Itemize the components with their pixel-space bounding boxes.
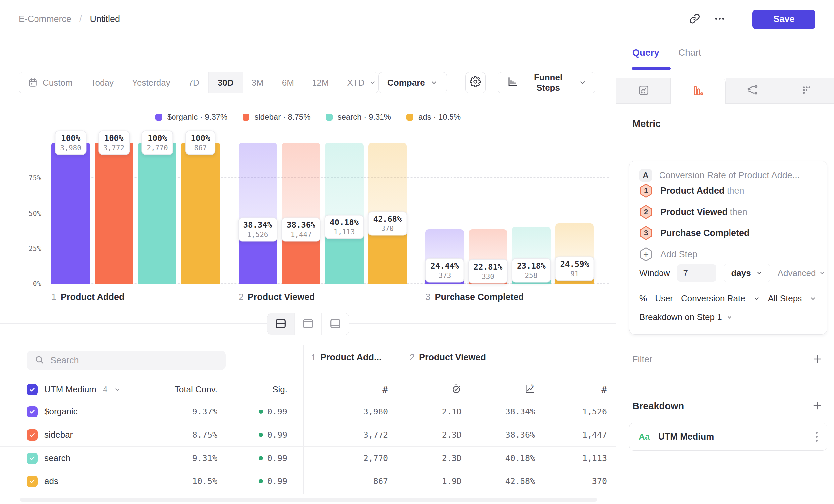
funnel-bar[interactable]: 100%867 (181, 143, 220, 283)
date-range-tab-xtd[interactable]: XTD (338, 72, 378, 93)
topbar: E-Commerce / Untitled Save (0, 0, 834, 39)
date-range-tab-yesterday[interactable]: Yesterday (123, 72, 179, 93)
table-only-icon (329, 317, 342, 331)
legend-item[interactable]: sidebar · 8.75% (242, 112, 310, 122)
search-input[interactable] (50, 356, 218, 366)
date-range-tab-3m[interactable]: 3M (243, 72, 273, 93)
y-axis-label: 75% (28, 174, 42, 182)
copy-link-button[interactable] (689, 13, 700, 25)
row-checkbox[interactable] (26, 476, 38, 487)
funnel-bar[interactable]: 38.36%1,447 (282, 143, 320, 283)
conversion-rate-column-icon: % (525, 384, 535, 395)
report-type-retention-tab[interactable] (780, 78, 834, 104)
row-checkbox[interactable] (26, 429, 38, 441)
view-toggle-table-only[interactable] (322, 313, 349, 335)
total-conv-value: 8.75% (146, 430, 217, 440)
chart-type-button[interactable]: Funnel Steps (498, 72, 595, 93)
funnel-bar-label: 23.18%258 (511, 258, 551, 282)
add-filter-button[interactable] (812, 354, 823, 365)
chevron-down-icon[interactable] (114, 386, 121, 393)
add-breakdown-button[interactable] (812, 400, 823, 412)
advanced-toggle[interactable]: Advanced (777, 268, 826, 278)
chart-only-icon (301, 317, 314, 331)
date-range-tab-7d[interactable]: 7D (179, 72, 208, 93)
table-row[interactable]: ads 10.5% 0.99 8671.9D42.68%370 (0, 470, 616, 493)
breadcrumb-report-title[interactable]: Untitled (90, 14, 120, 24)
funnels-tab-icon (692, 85, 704, 97)
report-type-insights-tab[interactable] (616, 78, 671, 104)
breakdown-column-label[interactable]: UTM Medium (44, 384, 96, 395)
funnel-bar[interactable]: 40.18%1,113 (325, 143, 364, 283)
row-checkbox[interactable] (26, 453, 38, 464)
save-button[interactable]: Save (752, 9, 815, 29)
window-unit-dropdown[interactable]: days (724, 264, 770, 282)
measure-entity[interactable]: User (655, 294, 673, 304)
measure-pct[interactable]: % (639, 294, 647, 304)
string-property-icon: Aa (639, 432, 650, 442)
legend-item[interactable]: $organic · 9.37% (155, 112, 227, 122)
chevron-down-icon (810, 295, 816, 302)
funnel-bar[interactable]: 24.44%373 (425, 143, 464, 283)
funnel-step-label: 1Product Added (51, 292, 220, 302)
link-icon (689, 13, 700, 25)
query-step-row[interactable]: 1 Product Added then (639, 183, 744, 198)
date-range-label: 30D (218, 77, 234, 88)
funnel-bar[interactable]: 42.68%370 (368, 143, 407, 283)
query-panel: Query Chart Metric A Conversion Rate of … (616, 39, 834, 504)
legend-item[interactable]: search · 9.31% (326, 112, 391, 122)
report-type-funnels-tab[interactable] (671, 78, 725, 104)
series-letter-badge: A (639, 169, 652, 182)
measure-metric-dropdown[interactable]: Conversion Rate (681, 294, 745, 304)
funnel-bar[interactable]: 22.81%330 (469, 143, 507, 283)
compare-button[interactable]: Compare (378, 72, 447, 93)
legend-item[interactable]: ads · 10.5% (407, 112, 461, 122)
view-toggle-chart-only[interactable] (294, 313, 322, 335)
funnel-bar[interactable]: 100%3,772 (94, 143, 133, 283)
table-cell: 38.36% (462, 430, 535, 440)
date-range-tab-custom[interactable]: Custom (19, 72, 82, 93)
table-row[interactable]: sidebar 8.75% 0.99 3,7722.3D38.36%1,447 (0, 423, 616, 446)
more-options-button[interactable] (714, 13, 726, 25)
funnel-bar[interactable]: 100%2,770 (138, 143, 176, 283)
measure-scope-dropdown[interactable]: All Steps (768, 294, 802, 304)
add-step-button[interactable]: + Add Step (639, 247, 697, 261)
date-range-tab-30d[interactable]: 30D (208, 72, 243, 93)
breadcrumb-board-link[interactable]: E-Commerce (19, 14, 71, 24)
tab-chart[interactable]: Chart (678, 47, 701, 58)
significance-value: 0.99 (217, 430, 287, 440)
window-value-input[interactable] (677, 264, 716, 281)
table-cell: 2.3D (388, 430, 462, 440)
metric-header-row[interactable]: A Conversion Rate of Product Adde... (639, 169, 817, 182)
sig-column-header[interactable]: Sig. (217, 384, 287, 395)
funnel-bar-label: 40.18%1,113 (325, 215, 364, 239)
table-row[interactable]: $organic 9.37% 0.99 3,9802.1D38.34%1,526 (0, 400, 616, 423)
total-conv-column-header[interactable]: Total Conv. (146, 384, 217, 395)
date-range-tab-6m[interactable]: 6M (273, 72, 303, 93)
funnel-bar[interactable]: 23.18%258 (512, 143, 550, 283)
report-type-flows-tab[interactable] (726, 78, 780, 104)
funnel-bar-label: 24.44%373 (425, 258, 464, 282)
breakdown-on-step-dropdown[interactable]: Breakdown on Step 1 (639, 312, 733, 322)
funnel-bar[interactable]: 38.34%1,526 (239, 143, 277, 283)
breakdown-property-card[interactable]: Aa UTM Medium (629, 423, 827, 451)
chart-settings-button[interactable] (465, 72, 486, 93)
kebab-menu-icon[interactable] (816, 432, 818, 442)
significance-dot (259, 456, 263, 460)
select-all-checkbox[interactable] (26, 384, 38, 395)
date-range-tab-12m[interactable]: 12M (303, 72, 338, 93)
funnel-chart-icon (507, 76, 518, 89)
significance-dot (259, 479, 263, 483)
date-range-tab-today[interactable]: Today (82, 72, 123, 93)
row-checkbox[interactable] (26, 406, 38, 417)
view-toggle-split-view[interactable] (267, 313, 294, 335)
query-step-row[interactable]: 3 Purchase Completed (639, 226, 750, 240)
query-step-row[interactable]: 2 Product Viewed then (639, 205, 747, 219)
funnel-bar[interactable]: 24.59%91 (555, 143, 594, 283)
significance-value: 0.99 (217, 407, 287, 416)
funnel-step-axis: 1Product Added2Product Viewed3Purchase C… (51, 292, 594, 302)
horizontal-scrollbar[interactable] (20, 498, 597, 502)
funnel-bar[interactable]: 100%3,980 (51, 143, 90, 283)
tab-query[interactable]: Query (632, 47, 659, 58)
table-row[interactable]: search 9.31% 0.99 2,7702.3D40.18%1,113 (0, 446, 616, 470)
funnel-bars: 100%3,980100%3,772100%2,770100%86738.34%… (51, 143, 594, 283)
